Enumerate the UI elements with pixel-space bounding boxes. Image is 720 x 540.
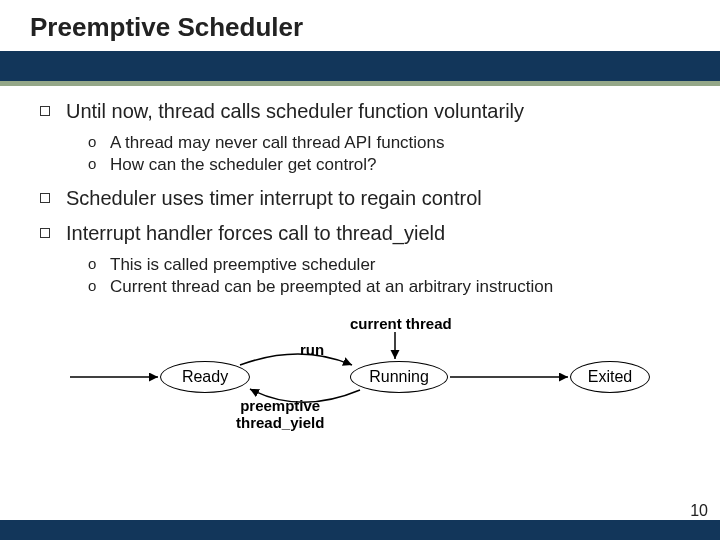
state-label: Ready	[182, 368, 228, 386]
page-number: 10	[690, 502, 708, 520]
state-label: Exited	[588, 368, 632, 386]
bullet-item: Interrupt handler forces call to thread_…	[40, 222, 690, 245]
square-bullet-icon	[40, 228, 50, 238]
sub-item: o This is called preemptive scheduler	[88, 255, 690, 275]
sub-item: o A thread may never call thread API fun…	[88, 133, 690, 153]
state-running: Running	[350, 361, 448, 393]
header-blue-bar	[0, 51, 720, 81]
sub-list: o A thread may never call thread API fun…	[40, 129, 690, 187]
circle-bullet-icon: o	[88, 133, 100, 153]
sub-item: o Current thread can be preempted at an …	[88, 277, 690, 297]
bullet-text: Scheduler uses timer interrupt to regain…	[66, 187, 482, 210]
sub-text: Current thread can be preempted at an ar…	[110, 277, 553, 297]
state-ready: Ready	[160, 361, 250, 393]
footer-blue-bar	[0, 520, 720, 540]
circle-bullet-icon: o	[88, 255, 100, 275]
square-bullet-icon	[40, 193, 50, 203]
slide-title: Preemptive Scheduler	[30, 12, 720, 43]
state-label: Running	[369, 368, 429, 386]
sub-text: How can the scheduler get control?	[110, 155, 377, 175]
circle-bullet-icon: o	[88, 277, 100, 297]
state-exited: Exited	[570, 361, 650, 393]
sub-list: o This is called preemptive scheduler o …	[40, 251, 690, 309]
state-diagram: current thread run preemptive thread_yie…	[40, 315, 690, 445]
title-area: Preemptive Scheduler	[0, 0, 720, 51]
sub-text: A thread may never call thread API funct…	[110, 133, 445, 153]
bullet-text: Until now, thread calls scheduler functi…	[66, 100, 524, 123]
bullet-item: Until now, thread calls scheduler functi…	[40, 100, 690, 123]
bullet-text: Interrupt handler forces call to thread_…	[66, 222, 445, 245]
content-body: Until now, thread calls scheduler functi…	[0, 86, 720, 445]
circle-bullet-icon: o	[88, 155, 100, 175]
bullet-item: Scheduler uses timer interrupt to regain…	[40, 187, 690, 210]
sub-text: This is called preemptive scheduler	[110, 255, 376, 275]
square-bullet-icon	[40, 106, 50, 116]
sub-item: o How can the scheduler get control?	[88, 155, 690, 175]
